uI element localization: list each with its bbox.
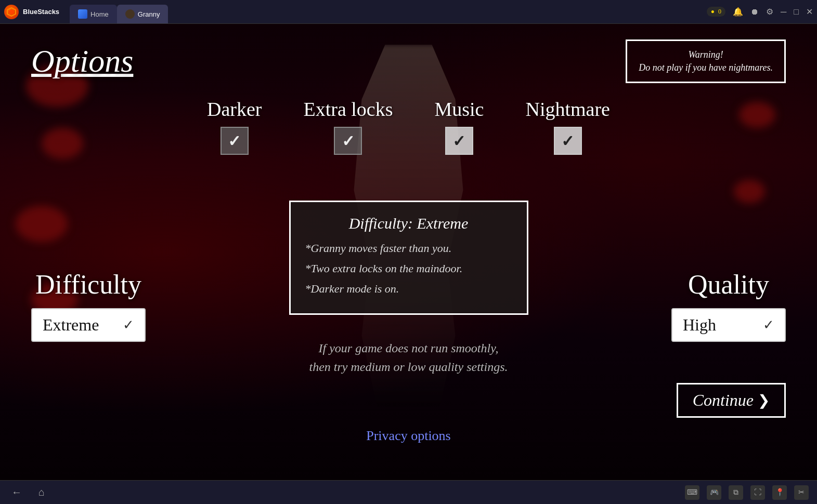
- checkbox-music-checkmark: ✓: [452, 132, 465, 150]
- gamepad-icon[interactable]: 🎮: [707, 485, 721, 500]
- difficulty-dropdown-arrow: ✓: [123, 317, 134, 333]
- continue-button-label: Continue: [693, 391, 754, 410]
- checkbox-music-label: Music: [434, 98, 484, 121]
- checkboxes-row: Darker ✓ Extra locks ✓ Music ✓ Nightmare: [31, 98, 786, 155]
- taskbar: ← ⌂ ⌨ 🎮 ⧉ ⛶ 📍 ✂: [0, 480, 817, 504]
- warning-text: Warning! Do not play if you have nightma…: [639, 48, 773, 74]
- checkbox-nightmare-label: Nightmare: [525, 98, 610, 121]
- scissors-icon[interactable]: ✂: [794, 485, 809, 500]
- home-tab-icon: [78, 9, 87, 19]
- warning-line1: Warning!: [688, 49, 723, 60]
- continue-arrow-icon: ❯: [758, 392, 770, 409]
- close-button[interactable]: ✕: [806, 7, 813, 17]
- checkbox-music-box[interactable]: ✓: [445, 127, 473, 155]
- difficulty-value: Extreme: [43, 315, 99, 335]
- info-panel-title: Difficulty: Extreme: [305, 215, 512, 232]
- checkbox-nightmare-checkmark: ✓: [561, 132, 574, 150]
- keyboard-icon[interactable]: ⌨: [685, 485, 699, 500]
- checkbox-nightmare: Nightmare ✓: [525, 98, 610, 155]
- taskbar-system-icons: ⌨ 🎮 ⧉ ⛶ 📍 ✂: [685, 485, 809, 500]
- tab-home[interactable]: Home: [70, 5, 117, 23]
- titlebar-controls: ● 0 🔔 ⏺ ⚙ ─ □ ✕: [707, 7, 813, 17]
- checkbox-music: Music ✓: [434, 98, 484, 155]
- info-line-3: *Darker mode is on.: [305, 281, 512, 297]
- difficulty-section: Difficulty Extreme ✓: [31, 269, 146, 342]
- screen-icon[interactable]: ⛶: [750, 485, 765, 500]
- quality-dropdown-arrow: ✓: [763, 317, 774, 333]
- warning-box: Warning! Do not play if you have nightma…: [626, 39, 786, 83]
- quality-dropdown[interactable]: High ✓: [671, 308, 786, 342]
- back-button[interactable]: ←: [8, 484, 25, 501]
- bluestacks-logo: [4, 5, 19, 19]
- checkbox-nightmare-box[interactable]: ✓: [554, 127, 582, 155]
- checkbox-extra-locks: Extra locks ✓: [303, 98, 393, 155]
- minimize-button[interactable]: ─: [781, 7, 786, 17]
- info-line-2: *Two extra locks on the maindoor.: [305, 261, 512, 277]
- location-icon[interactable]: 📍: [772, 485, 787, 500]
- game-content: Options Warning! Do not play if you have…: [0, 24, 817, 480]
- info-line-1: *Granny moves faster than you.: [305, 241, 512, 257]
- checkbox-darker-checkmark: ✓: [228, 132, 241, 150]
- info-panel: Difficulty: Extreme *Granny moves faster…: [289, 201, 528, 315]
- home-button[interactable]: ⌂: [33, 484, 50, 501]
- continue-button[interactable]: Continue ❯: [677, 383, 786, 418]
- record-icon[interactable]: ⏺: [750, 7, 759, 17]
- difficulty-dropdown[interactable]: Extreme ✓: [31, 308, 146, 342]
- tab-home-label: Home: [90, 10, 109, 18]
- checkbox-darker-label: Darker: [207, 98, 262, 121]
- game-area: Options Warning! Do not play if you have…: [0, 24, 817, 480]
- warning-line2: Do not play if you have nightmares.: [639, 62, 773, 73]
- settings-icon[interactable]: ⚙: [766, 7, 773, 17]
- brand-name: BlueStacks: [23, 8, 59, 16]
- quality-section: Quality High ✓: [671, 269, 786, 342]
- maximize-button[interactable]: □: [794, 7, 799, 17]
- svg-marker-1: [9, 9, 14, 15]
- granny-tab-icon: [125, 9, 135, 19]
- coin-counter: ● 0: [707, 7, 725, 17]
- privacy-options-link[interactable]: Privacy options: [366, 428, 451, 444]
- checkbox-extra-locks-box[interactable]: ✓: [334, 127, 362, 155]
- quality-value: High: [683, 315, 716, 335]
- titlebar: BlueStacks Home Granny ● 0 🔔 ⏺ ⚙ ─ □ ✕: [0, 0, 817, 24]
- checkbox-extra-locks-checkmark: ✓: [342, 132, 355, 150]
- notification-icon[interactable]: 🔔: [733, 7, 743, 17]
- difficulty-label: Difficulty: [35, 269, 141, 300]
- checkbox-darker-box[interactable]: ✓: [221, 127, 249, 155]
- tab-bar: Home Granny: [70, 0, 168, 23]
- tab-granny-label: Granny: [138, 10, 160, 18]
- quality-hint: If your game does not run smoothly, then…: [253, 339, 565, 376]
- quality-label: Quality: [688, 269, 769, 300]
- display-icon[interactable]: ⧉: [729, 485, 743, 500]
- tab-granny[interactable]: Granny: [117, 5, 168, 23]
- checkbox-extra-locks-label: Extra locks: [303, 98, 393, 121]
- checkbox-darker: Darker ✓: [207, 98, 262, 155]
